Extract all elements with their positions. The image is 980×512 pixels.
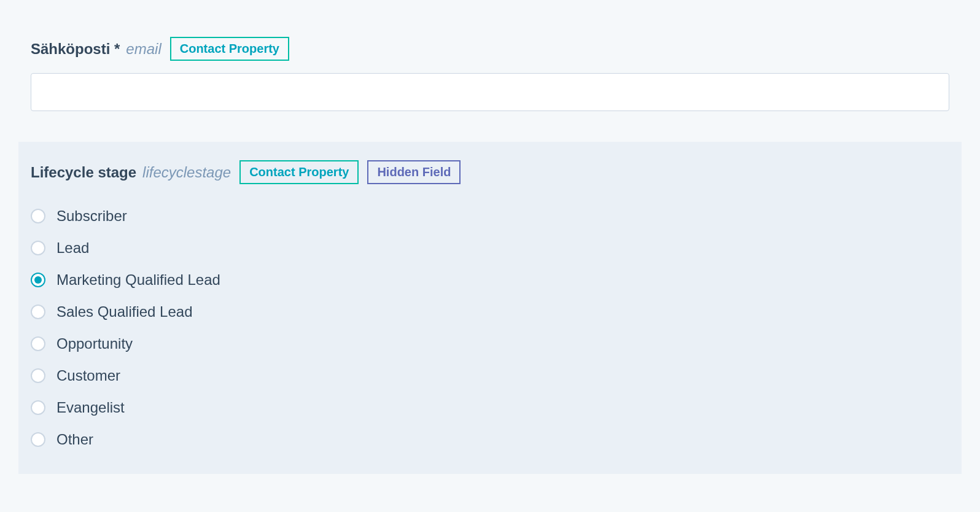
- lifecycle-radio-option[interactable]: Customer: [31, 360, 949, 392]
- radio-button-icon: [31, 400, 45, 415]
- radio-button-icon: [31, 368, 45, 383]
- email-input[interactable]: [31, 73, 949, 111]
- radio-option-label: Sales Qualified Lead: [56, 303, 192, 320]
- lifecycle-field-internal-name: lifecyclestage: [142, 164, 231, 181]
- lifecycle-radio-option[interactable]: Evangelist: [31, 392, 949, 424]
- lifecycle-field-label: Lifecycle stage: [31, 164, 136, 181]
- lifecycle-radio-list: SubscriberLeadMarketing Qualified LeadSa…: [31, 200, 949, 456]
- radio-option-label: Other: [56, 431, 93, 448]
- radio-option-label: Lead: [56, 239, 89, 257]
- lifecycle-radio-option[interactable]: Lead: [31, 232, 949, 264]
- radio-option-label: Subscriber: [56, 208, 127, 225]
- radio-option-label: Customer: [56, 367, 120, 384]
- contact-property-badge: Contact Property: [239, 160, 359, 184]
- lifecycle-field-header: Lifecycle stage lifecyclestage Contact P…: [31, 160, 949, 184]
- form-editor-panel: Sähköposti * email Contact Property Life…: [0, 0, 980, 492]
- radio-option-label: Marketing Qualified Lead: [56, 271, 220, 289]
- lifecycle-field-block: Lifecycle stage lifecyclestage Contact P…: [18, 142, 962, 474]
- radio-button-icon: [31, 273, 45, 287]
- radio-button-icon: [31, 241, 45, 255]
- radio-button-icon: [31, 432, 45, 447]
- radio-option-label: Opportunity: [56, 335, 133, 352]
- email-field-internal-name: email: [126, 41, 161, 58]
- lifecycle-radio-option[interactable]: Subscriber: [31, 200, 949, 232]
- lifecycle-radio-option[interactable]: Opportunity: [31, 328, 949, 360]
- contact-property-badge: Contact Property: [170, 37, 289, 61]
- email-field-header: Sähköposti * email Contact Property: [31, 37, 949, 61]
- email-field-block: Sähköposti * email Contact Property: [31, 37, 949, 111]
- radio-button-icon: [31, 209, 45, 223]
- radio-button-icon: [31, 304, 45, 319]
- lifecycle-radio-option[interactable]: Sales Qualified Lead: [31, 296, 949, 328]
- lifecycle-radio-option[interactable]: Other: [31, 424, 949, 456]
- hidden-field-badge: Hidden Field: [367, 160, 461, 184]
- lifecycle-radio-option[interactable]: Marketing Qualified Lead: [31, 264, 949, 296]
- radio-button-icon: [31, 336, 45, 351]
- radio-dot-icon: [34, 276, 42, 284]
- radio-option-label: Evangelist: [56, 399, 125, 416]
- email-field-label: Sähköposti *: [31, 41, 120, 58]
